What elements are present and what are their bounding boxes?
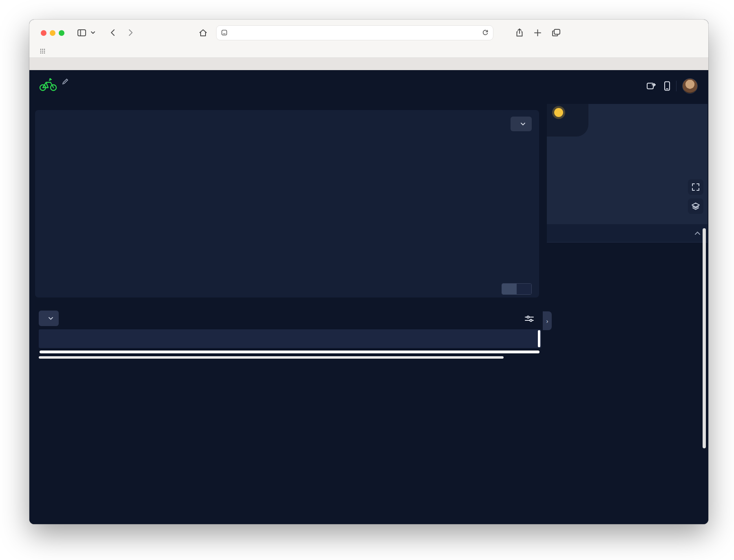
- new-tab-icon[interactable]: [532, 27, 543, 38]
- toggle-time[interactable]: [502, 284, 517, 294]
- sidebar-chevron-icon[interactable]: [90, 27, 96, 38]
- export-activity-icon[interactable]: [645, 80, 657, 92]
- tab-bar: [29, 58, 708, 70]
- axis-toggle: [502, 283, 532, 295]
- table-vertical-scrollbar[interactable]: [538, 330, 540, 347]
- home-icon[interactable]: [197, 27, 209, 38]
- table-settings-icon[interactable]: [525, 315, 534, 324]
- lap-section: ›: [39, 308, 552, 365]
- minimize-window-button[interactable]: [50, 30, 55, 36]
- close-window-button[interactable]: [41, 30, 46, 36]
- reload-icon[interactable]: [482, 29, 489, 37]
- activity-header: [29, 70, 708, 104]
- activity-side-panel: [547, 104, 707, 524]
- coros-page: ›: [29, 70, 708, 524]
- summary-header[interactable]: [547, 224, 707, 243]
- bookmarks-grid-icon[interactable]: [40, 49, 45, 55]
- forward-button[interactable]: [125, 27, 136, 38]
- toggle-distance[interactable]: [517, 284, 531, 294]
- chart-legend: [44, 119, 65, 126]
- custom-chart-button[interactable]: [511, 117, 532, 131]
- cycling-icon: [39, 77, 57, 93]
- legend-speed: [44, 119, 49, 126]
- lap-table-row[interactable]: [39, 329, 541, 348]
- page-horizontal-scrollbar[interactable]: [39, 356, 504, 359]
- panel-scrollbar[interactable]: [703, 228, 706, 448]
- back-button[interactable]: [107, 27, 118, 38]
- lap-selector-button[interactable]: [39, 311, 59, 326]
- chart-card: [35, 110, 539, 298]
- url-bar[interactable]: [216, 25, 493, 40]
- sidebar-icon[interactable]: [76, 27, 87, 38]
- temperature-swatch: [60, 119, 62, 126]
- sun-icon: [554, 108, 563, 117]
- browser-toolbar: [29, 20, 708, 46]
- weather-widget: [547, 104, 588, 137]
- chart-brush[interactable]: [35, 252, 539, 284]
- browser-window: ›: [29, 20, 708, 524]
- legend-temperature: [60, 119, 65, 126]
- share-icon[interactable]: [514, 27, 525, 38]
- route-map[interactable]: [547, 104, 707, 224]
- device-icon[interactable]: [661, 80, 673, 92]
- map-fullscreen-button[interactable]: [688, 179, 703, 195]
- header-divider: [676, 81, 677, 91]
- edit-title-icon[interactable]: [62, 76, 69, 87]
- speed-swatch: [44, 119, 46, 126]
- avatar[interactable]: [682, 78, 698, 94]
- bookmarks-bar: [29, 46, 708, 58]
- page-settings-icon[interactable]: [221, 29, 228, 37]
- table-horizontal-scrollbar[interactable]: [40, 351, 539, 353]
- map-layers-button[interactable]: [688, 198, 703, 214]
- zoom-window-button[interactable]: [59, 30, 64, 36]
- tab-overview-icon[interactable]: [550, 27, 562, 38]
